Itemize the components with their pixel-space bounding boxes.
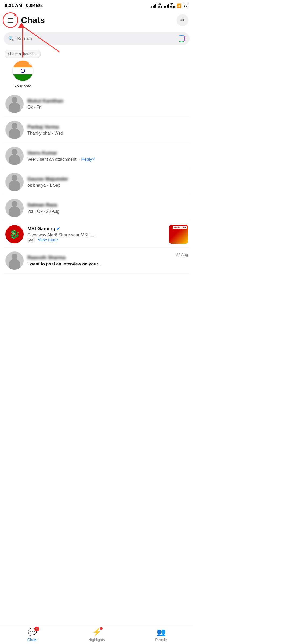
signal-bars-1 — [151, 4, 156, 8]
note-status-dot — [29, 62, 32, 65]
search-bar[interactable]: 🔍 — [4, 32, 190, 45]
avatar — [5, 121, 24, 139]
chat-info: Gaurav Majumder ok bhaiya · 1 Sep — [27, 176, 188, 188]
chat-message: I want to post an interview on your... — [27, 262, 171, 266]
msi-logo-icon: 🐉 — [9, 229, 20, 239]
chat-message: You: Ok · 23 Aug — [27, 209, 188, 214]
chat-time: · 22 Aug — [174, 251, 188, 257]
ashoka-chakra — [21, 69, 25, 73]
vo-wifi-label-1: VoWiFi — [158, 3, 163, 9]
share-thought-bubble[interactable]: Share a thought... — [5, 50, 41, 58]
chat-name: Veeru Kumar — [27, 150, 188, 156]
chat-message: ok bhaiya · 1 Sep — [27, 183, 188, 188]
chat-message: Giveaway Alert! Share your MSI L... — [27, 233, 165, 237]
chat-name: Salman Raza — [27, 202, 188, 208]
status-time: 8:21 AM | 0.0KB/s — [5, 3, 43, 8]
verified-badge: ✔ — [56, 226, 60, 231]
compose-button[interactable]: ✏ — [177, 14, 189, 26]
note-avatar-wrap[interactable]: Share a thought... Your note — [5, 50, 41, 88]
chat-info: MSI Gaming ✔ Giveaway Alert! Share your … — [27, 226, 165, 243]
list-item[interactable]: Pankaj Verma Thanky bhai · Wed — [4, 117, 190, 143]
chat-info: Pankaj Verma Thanky bhai · Wed — [27, 124, 188, 136]
chat-name: MSI Gaming ✔ — [27, 226, 165, 232]
chat-info: Salman Raza You: Ok · 23 Aug — [27, 202, 188, 214]
chat-message: Veeru sent an attachment. · Reply? — [27, 157, 188, 162]
vo-wifi-label-2: VoWiFi — [170, 3, 175, 9]
battery-indicator: 70 — [183, 3, 189, 8]
avatar — [5, 251, 24, 270]
ad-actions: Ad View more — [27, 237, 165, 243]
list-item[interactable]: 🐉 MSI Gaming ✔ Giveaway Alert! Share you… — [4, 221, 190, 248]
reply-link[interactable]: Reply? — [81, 157, 95, 162]
chat-list: Mukul Kanithan Ok · Fri Pankaj Verma Tha… — [0, 91, 193, 274]
avatar — [5, 147, 24, 165]
avatar — [5, 95, 24, 113]
ad-badge: Ad — [27, 238, 35, 243]
list-item[interactable]: Salman Raza You: Ok · 23 Aug — [4, 195, 190, 221]
loading-spinner — [178, 35, 185, 42]
header: Chats ✏ — [0, 10, 193, 30]
search-icon: 🔍 — [8, 36, 14, 42]
chat-name: Raavuth Sharma — [27, 255, 171, 261]
hamburger-icon — [8, 18, 13, 23]
list-item[interactable]: Mukul Kanithan Ok · Fri — [4, 91, 190, 117]
list-item[interactable]: Gaurav Majumder ok bhaiya · 1 Sep — [4, 169, 190, 195]
compose-icon: ✏ — [180, 17, 185, 23]
view-more-link[interactable]: View more — [38, 237, 58, 242]
avatar: 🐉 — [5, 225, 24, 243]
chat-message: Ok · Fri — [27, 105, 188, 110]
chat-name: Pankaj Verma — [27, 124, 188, 130]
menu-button[interactable] — [3, 12, 18, 28]
avatar — [5, 199, 24, 217]
chat-info: Veeru Kumar Veeru sent an attachment. · … — [27, 150, 188, 162]
list-item[interactable]: Veeru Kumar Veeru sent an attachment. · … — [4, 143, 190, 169]
list-item[interactable]: Raavuth Sharma I want to post an intervi… — [4, 248, 190, 274]
page-title: Chats — [21, 15, 177, 25]
chat-name: Gaurav Majumder — [27, 176, 188, 182]
signal-bars-2 — [164, 4, 169, 8]
avatar — [5, 173, 24, 191]
status-icons: VoWiFi VoWiFi 📶 70 — [151, 3, 189, 9]
chat-name: Mukul Kanithan — [27, 98, 188, 104]
ad-thumbnail: SHOUT OUT — [169, 225, 188, 244]
wifi-icon: 📶 — [177, 3, 181, 8]
note-section: Share a thought... Your note — [0, 47, 193, 91]
menu-button-wrapper — [3, 12, 18, 28]
chat-info: Mukul Kanithan Ok · Fri — [27, 98, 188, 110]
chat-info: Raavuth Sharma I want to post an intervi… — [27, 255, 171, 266]
chat-message: Thanky bhai · Wed — [27, 131, 188, 136]
menu-notification-dot — [14, 14, 17, 17]
note-label: Your note — [14, 84, 31, 88]
status-bar: 8:21 AM | 0.0KB/s VoWiFi VoWiFi 📶 70 — [0, 0, 193, 10]
note-avatar[interactable] — [12, 60, 34, 82]
